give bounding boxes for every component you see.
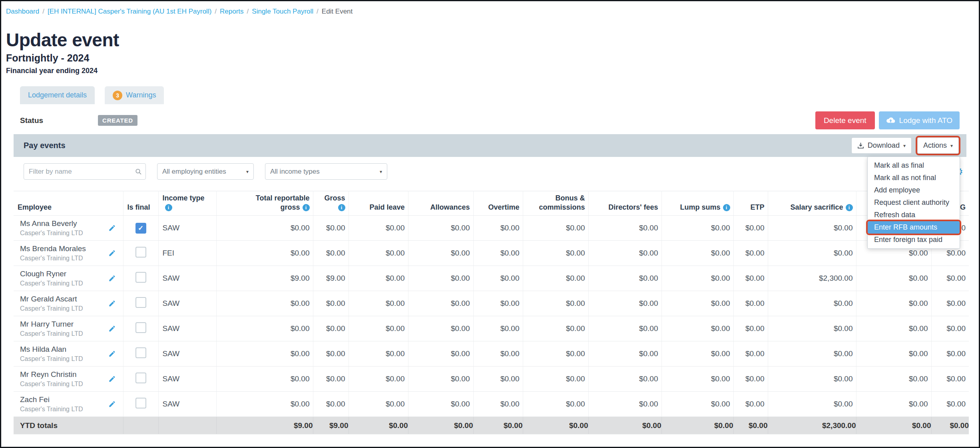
amount-cell: $0.00 (408, 316, 473, 341)
name-filter-input[interactable] (24, 163, 146, 180)
tab-lodgement-details[interactable]: Lodgement details (20, 86, 95, 104)
ytd-empty-cell (123, 417, 158, 434)
amount-cell: $0.00 (588, 367, 661, 392)
amount-cell: $0.00 (523, 341, 588, 367)
amount-cell: $0.00 (733, 367, 768, 392)
amount-cell: $0.00 (216, 341, 313, 367)
income-type-cell: SAW (158, 367, 216, 392)
menu-item-mark-all-as-not-final[interactable]: Mark all as not final (868, 172, 960, 184)
amount-cell: $0.00 (349, 316, 408, 341)
amount-cell: $0.00 (733, 291, 768, 316)
breadcrumb-item-single-touch-payroll[interactable]: Single Touch Payroll (252, 8, 313, 15)
amount-cell: $0.00 (768, 216, 856, 241)
actions-dropdown-menu: Mark all as finalMark all as not finalAd… (867, 157, 960, 249)
edit-pencil-icon[interactable] (108, 400, 116, 408)
lodge-with-ato-button[interactable]: Lodge with ATO (879, 111, 960, 129)
tab-bar: Lodgement details3Warnings (1, 86, 979, 104)
edit-pencil-icon[interactable] (108, 375, 116, 383)
pay-events-header: Pay events Download ▾ Actions ▾ (14, 134, 966, 157)
menu-item-refresh-data[interactable]: Refresh data (868, 209, 960, 221)
panel-header-actions: Download ▾ Actions ▾ Mark all as finalMa… (851, 137, 959, 154)
caret-down-icon: ▾ (380, 169, 382, 174)
amount-cell: $0.00 (313, 291, 349, 316)
breadcrumb-item-reports[interactable]: Reports (220, 8, 244, 15)
table-row: Ms Anna BeverlyCasper's Training LTD✓SAW… (14, 216, 969, 241)
info-icon[interactable]: i (846, 204, 853, 211)
menu-item-add-employee[interactable]: Add employee (868, 184, 960, 196)
is-final-cell: ✓ (123, 216, 158, 241)
download-button[interactable]: Download ▾ (851, 137, 912, 154)
breadcrumb-item-eh-internal-casper-s-training-au-1st-eh-payroll[interactable]: [EH INTERNAL] Casper's Training (AU 1st … (48, 8, 211, 15)
employee-company: Casper's Training LTD (20, 406, 103, 413)
amount-cell: $0.00 (349, 367, 408, 392)
edit-pencil-icon[interactable] (108, 300, 116, 307)
is-final-checkbox[interactable]: ✓ (135, 223, 146, 234)
amount-cell: $0.00 (768, 341, 856, 367)
edit-pencil-icon[interactable] (108, 275, 116, 282)
breadcrumb: Dashboard/[EH INTERNAL] Casper's Trainin… (1, 1, 979, 16)
info-icon[interactable]: i (338, 204, 345, 211)
amount-cell: $9.00 (216, 266, 313, 291)
is-final-checkbox[interactable] (135, 247, 146, 258)
edit-pencil-icon[interactable] (108, 325, 116, 333)
amount-cell: $0.00 (408, 341, 473, 367)
tab-warnings[interactable]: 3Warnings (105, 86, 164, 104)
amount-cell: $0.00 (588, 291, 661, 316)
warnings-count-badge: 3 (113, 91, 122, 100)
employee-company: Casper's Training LTD (20, 230, 103, 237)
info-icon[interactable]: i (303, 204, 310, 211)
edit-pencil-icon[interactable] (108, 350, 116, 358)
delete-event-button[interactable]: Delete event (815, 111, 875, 129)
info-icon[interactable]: i (723, 204, 730, 211)
amount-cell: $0.00 (349, 216, 408, 241)
column-header-label: Lump sums (680, 203, 720, 211)
is-final-cell (123, 341, 158, 367)
amount-cell: $0.00 (768, 316, 856, 341)
ytd-amount-cell: $2,300.00 (768, 417, 856, 434)
menu-item-enter-rfb-amounts[interactable]: Enter RFB amounts (868, 221, 960, 234)
income-types-select[interactable]: All income types ▾ (265, 163, 387, 180)
menu-item-enter-foreign-tax-paid[interactable]: Enter foreign tax paid (868, 234, 960, 246)
amount-cell: $0.00 (733, 266, 768, 291)
amount-cell: $0.00 (661, 392, 733, 417)
amount-cell: $0.00 (768, 291, 856, 316)
is-final-checkbox[interactable] (135, 398, 146, 408)
amount-cell: $0.00 (931, 367, 969, 392)
amount-cell: $0.00 (768, 392, 856, 417)
info-icon[interactable]: i (165, 204, 172, 211)
table-row: Mr Reyn ChristinCasper's Training LTDSAW… (14, 367, 969, 392)
menu-item-mark-all-as-final[interactable]: Mark all as final (868, 159, 960, 172)
is-final-checkbox[interactable] (135, 373, 146, 383)
employee-company: Casper's Training LTD (20, 355, 103, 363)
is-final-cell (123, 316, 158, 341)
ytd-totals-row: YTD totals$9.00$9.00$0.00$0.00$0.00$0.00… (14, 417, 969, 434)
column-header-label: Income type (163, 194, 205, 202)
actions-button[interactable]: Actions ▾ (917, 137, 959, 154)
amount-cell: $0.00 (216, 216, 313, 241)
amount-cell: $0.00 (523, 367, 588, 392)
amount-cell: $0.00 (216, 291, 313, 316)
menu-item-request-client-authority[interactable]: Request client authority (868, 196, 960, 209)
results-count: 8 (44, 446, 48, 448)
column-header-label: Allowances (430, 203, 470, 211)
amount-cell: $0.00 (408, 266, 473, 291)
search-wrapper (24, 163, 146, 180)
is-final-checkbox[interactable] (135, 272, 146, 283)
is-final-checkbox[interactable] (135, 297, 146, 308)
amount-cell: $0.00 (661, 291, 733, 316)
is-final-checkbox[interactable] (135, 347, 146, 358)
employee-company: Casper's Training LTD (20, 255, 103, 262)
income-type-cell: SAW (158, 291, 216, 316)
tab-label: Lodgement details (28, 91, 87, 99)
column-header-allowances: Allowances (408, 191, 473, 216)
breadcrumb-separator: / (42, 8, 44, 15)
amount-cell: $0.00 (588, 216, 661, 241)
edit-pencil-icon[interactable] (108, 250, 116, 257)
is-final-checkbox[interactable] (135, 322, 146, 333)
edit-pencil-icon[interactable] (108, 224, 116, 232)
employee-cell: Ms Hilda AlanCasper's Training LTD (14, 341, 123, 367)
employing-entities-select[interactable]: All employing entities ▾ (157, 163, 254, 180)
amount-cell: $0.00 (768, 367, 856, 392)
column-header-lump-sums: Lump sumsi (661, 191, 733, 216)
breadcrumb-item-dashboard[interactable]: Dashboard (6, 8, 39, 15)
